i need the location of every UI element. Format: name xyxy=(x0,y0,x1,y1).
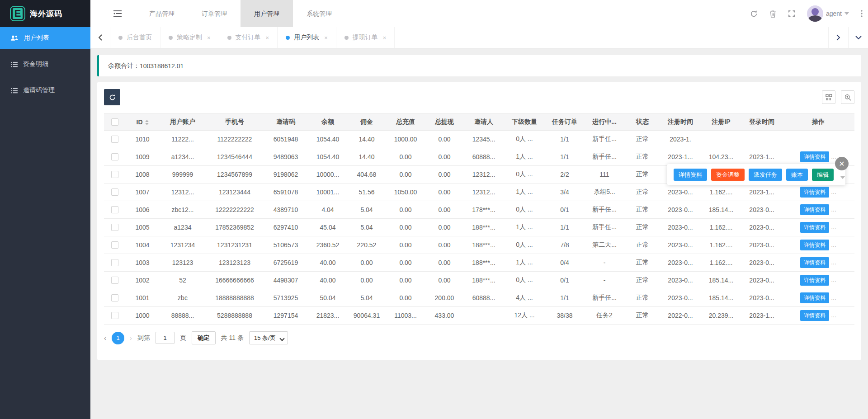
row-checkbox[interactable] xyxy=(111,224,118,231)
detail-button[interactable]: 详情资料 xyxy=(800,204,829,215)
goto-confirm-button[interactable]: 确定 xyxy=(192,331,216,344)
row-checkbox[interactable] xyxy=(111,294,118,301)
tab-后台首页[interactable]: 后台首页 xyxy=(110,27,160,48)
sidebar-collapse-icon[interactable] xyxy=(108,0,127,27)
more-actions[interactable]: ... xyxy=(831,276,836,283)
header-佣金: 佣金 xyxy=(347,118,386,126)
detail-button[interactable]: 详情资料 xyxy=(800,187,829,198)
more-menu-icon[interactable] xyxy=(861,10,863,17)
table-cell: 1.162.... xyxy=(701,259,741,266)
user-table-card: ID用户账户手机号邀请码余额佣金总充值总提现邀请人下级数量任务订单进行中...状… xyxy=(97,82,861,360)
topnav-item-用户管理[interactable]: 用户管理 xyxy=(241,0,293,27)
detail-button[interactable]: 详情资料 xyxy=(800,310,829,321)
more-actions[interactable]: ... xyxy=(831,259,836,266)
ledger-button[interactable]: 账本 xyxy=(786,169,808,181)
detail-button[interactable]: 详情资料 xyxy=(800,257,829,268)
table-cell: 6725619 xyxy=(263,259,308,266)
table-cell: 2023-0... xyxy=(741,277,782,284)
table-cell: 188***... xyxy=(464,224,504,231)
page-size-select[interactable]: 15 条/页 xyxy=(249,331,288,344)
trash-icon[interactable] xyxy=(769,10,776,18)
tab-用户列表[interactable]: 用户列表× xyxy=(278,27,336,48)
topnav-item-订单管理[interactable]: 订单管理 xyxy=(188,0,241,27)
user-menu[interactable]: agent xyxy=(807,5,849,22)
row-checkbox[interactable] xyxy=(111,259,118,266)
table-refresh-button[interactable] xyxy=(104,89,120,105)
table-cell: 0.00 xyxy=(425,153,464,160)
sidebar-item-邀请码管理[interactable]: 邀请码管理 xyxy=(0,80,90,101)
fund-adjust-button[interactable]: 资金调整 xyxy=(711,169,745,181)
tab-支付订单[interactable]: 支付订单× xyxy=(219,27,278,48)
goto-page-input[interactable] xyxy=(156,332,175,344)
row-checkbox[interactable] xyxy=(111,188,118,196)
more-actions[interactable]: ... xyxy=(831,241,836,248)
tab-提现订单[interactable]: 提现订单× xyxy=(336,27,395,48)
checkbox-cell xyxy=(104,294,126,301)
row-checkbox[interactable] xyxy=(111,277,118,284)
popup-close-icon[interactable]: ✕ xyxy=(835,157,849,170)
row-checkbox[interactable] xyxy=(111,136,118,143)
search-icon[interactable] xyxy=(841,90,854,104)
table-cell: 1.162.... xyxy=(701,241,741,249)
detail-button[interactable]: 详情资料 xyxy=(800,275,829,286)
avatar[interactable] xyxy=(807,5,823,22)
column-settings-icon[interactable] xyxy=(822,90,835,104)
detail-button[interactable]: 详情资料 xyxy=(800,292,829,303)
fullscreen-icon[interactable] xyxy=(788,10,795,17)
table-cell: 0.00 xyxy=(386,241,425,249)
table-cell: 999999 xyxy=(159,171,206,178)
row-checkbox[interactable] xyxy=(111,153,118,160)
tab-close-icon[interactable]: × xyxy=(324,34,328,41)
more-actions[interactable]: ... xyxy=(831,206,836,213)
tab-close-icon[interactable]: × xyxy=(266,34,269,41)
row-checkbox[interactable] xyxy=(111,206,118,213)
sort-icon[interactable] xyxy=(145,120,149,125)
detail-button[interactable]: 详情资料 xyxy=(800,151,829,162)
sidebar: 用户列表资金明细邀请码管理 xyxy=(0,27,90,419)
row-checkbox[interactable] xyxy=(111,171,118,178)
row-checkbox[interactable] xyxy=(111,312,118,319)
detail-button[interactable]: 详情资料 xyxy=(800,222,829,233)
table-cell: 0.00 xyxy=(425,188,464,196)
more-actions[interactable]: ... xyxy=(831,188,836,195)
refresh-icon[interactable] xyxy=(750,10,758,18)
sidebar-item-资金明细[interactable]: 资金明细 xyxy=(0,53,90,75)
next-page-icon[interactable]: › xyxy=(130,334,132,342)
table-cell: 2360.52 xyxy=(308,241,347,249)
tabs-scroll-left-icon[interactable] xyxy=(90,27,110,48)
table-cell: 1人 ... xyxy=(504,153,545,161)
table-cell: 正常 xyxy=(625,188,660,196)
checkbox-cell xyxy=(104,259,126,266)
dispatch-task-button[interactable]: 派发任务 xyxy=(749,169,782,181)
table-cell: 6051948 xyxy=(263,136,308,143)
actions-cell: 详情资料... xyxy=(782,204,854,215)
table-cell: 0.00 xyxy=(386,224,425,231)
prev-page-icon[interactable]: ‹ xyxy=(104,334,106,342)
current-page[interactable]: 1 xyxy=(112,332,124,344)
tab-close-icon[interactable]: × xyxy=(207,34,211,41)
checkbox-cell xyxy=(104,153,126,160)
table-cell: 40.00 xyxy=(308,277,347,284)
tabs-menu-icon[interactable] xyxy=(848,27,868,48)
row-checkbox[interactable] xyxy=(111,241,118,249)
popup-caret-icon[interactable] xyxy=(840,176,845,179)
select-all-checkbox[interactable] xyxy=(111,118,118,126)
edit-button[interactable]: 编辑 xyxy=(812,169,834,181)
more-actions[interactable]: ... xyxy=(831,311,836,319)
tabs-scroll-right-icon[interactable] xyxy=(828,27,848,48)
actions-cell: 详情资料... xyxy=(782,222,854,233)
detail-button[interactable]: 详情资料 xyxy=(800,240,829,250)
sidebar-item-用户列表[interactable]: 用户列表 xyxy=(0,27,90,49)
topnav-item-系统管理[interactable]: 系统管理 xyxy=(293,0,345,27)
table-row: 10041231234123123123151065732360.52220.5… xyxy=(104,236,854,254)
tab-策略定制[interactable]: 策略定制× xyxy=(160,27,219,48)
table-cell: 0.00 xyxy=(425,241,464,249)
topnav-item-产品管理[interactable]: 产品管理 xyxy=(136,0,188,27)
detail-button[interactable]: 详情资料 xyxy=(674,169,707,181)
more-actions[interactable]: ... xyxy=(831,294,836,301)
header-actions: agent xyxy=(750,0,863,27)
tab-close-icon[interactable]: × xyxy=(383,34,387,41)
more-actions[interactable]: ... xyxy=(831,223,836,231)
table-cell: 0人 ... xyxy=(504,241,545,249)
more-actions[interactable]: ... xyxy=(831,153,836,160)
